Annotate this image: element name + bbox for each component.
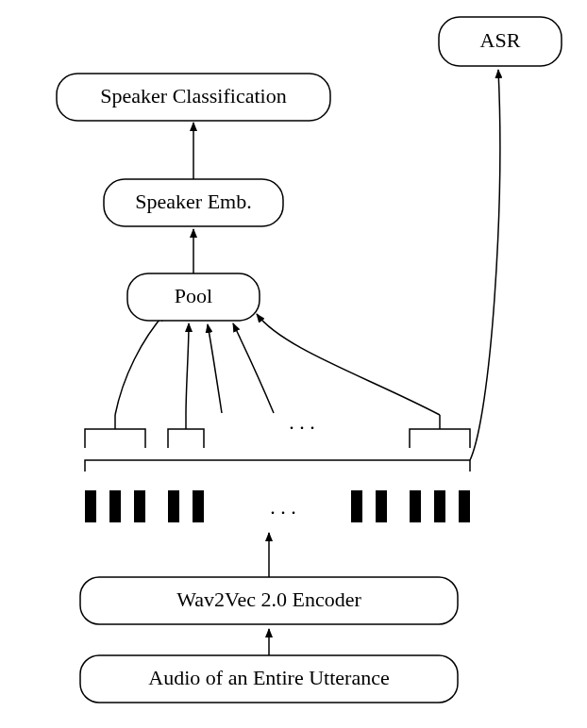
input-label: Audio of an Entire Utterance <box>148 666 389 689</box>
svg-rect-4 <box>193 490 204 522</box>
encoder-label: Wav2Vec 2.0 Encoder <box>176 587 361 611</box>
speaker-emb-label: Speaker Emb. <box>135 190 251 213</box>
arrows-groups-to-pool <box>115 313 440 415</box>
svg-rect-9 <box>459 490 470 522</box>
svg-rect-7 <box>410 490 421 522</box>
svg-rect-1 <box>109 490 121 522</box>
arrow-tokens-to-asr <box>470 70 500 460</box>
asr-label: ASR <box>480 28 521 52</box>
token-ellipsis: . . . <box>270 495 296 519</box>
pool-label: Pool <box>175 284 212 307</box>
svg-rect-3 <box>168 490 179 522</box>
svg-rect-6 <box>376 490 387 522</box>
svg-rect-2 <box>134 490 145 522</box>
svg-rect-5 <box>351 490 362 522</box>
architecture-diagram: Audio of an Entire Utterance Wav2Vec 2.0… <box>0 0 587 728</box>
segment-brackets: . . . <box>85 410 470 448</box>
svg-rect-0 <box>85 490 96 522</box>
group-ellipsis: . . . <box>289 410 315 434</box>
token-row: . . . <box>85 490 470 522</box>
svg-rect-8 <box>434 490 445 522</box>
token-bracket <box>85 460 470 472</box>
speaker-cls-label: Speaker Classification <box>100 84 286 108</box>
